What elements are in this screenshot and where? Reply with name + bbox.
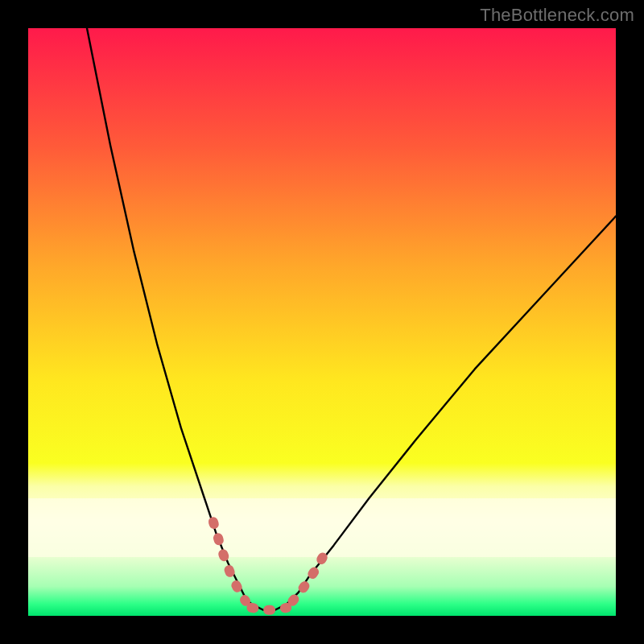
watermark-text: TheBottleneck.com: [480, 5, 634, 26]
chart-frame: TheBottleneck.com: [0, 0, 644, 644]
pale-band: [28, 498, 616, 557]
valley-marker-1: [251, 608, 287, 610]
chart-svg: [28, 28, 616, 616]
plot-area: [28, 28, 616, 616]
